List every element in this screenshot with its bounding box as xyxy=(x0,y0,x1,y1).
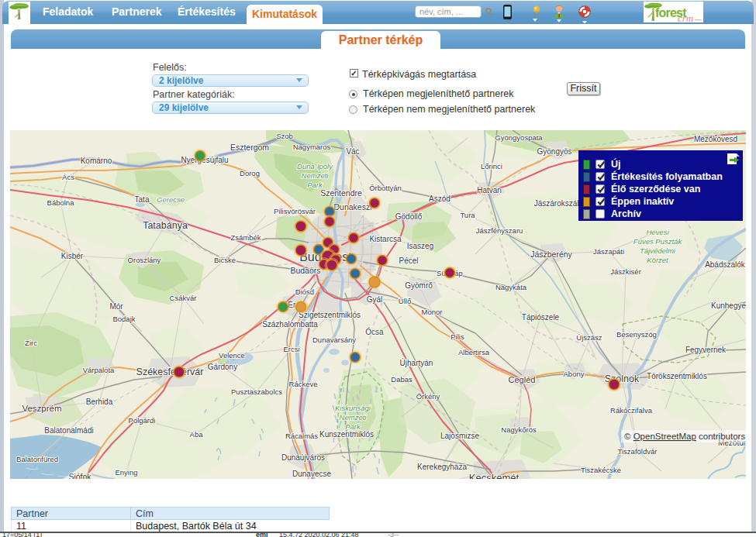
svg-text:Komárno: Komárno xyxy=(81,157,112,165)
svg-text:Cegléd: Cegléd xyxy=(509,375,536,384)
svg-text:Ercsi: Ercsi xyxy=(283,345,299,353)
svg-text:Bodajk: Bodajk xyxy=(112,315,135,323)
svg-text:© OpenStreetMap contributors: © OpenStreetMap contributors xyxy=(624,432,745,441)
svg-text:Pilis: Pilis xyxy=(450,332,464,341)
svg-text:Zirc: Zirc xyxy=(25,339,37,347)
svg-text:Duna-Ipoly: Duna-Ipoly xyxy=(297,162,333,170)
svg-text:Dunavecse: Dunavecse xyxy=(292,470,331,478)
svg-text:Balatonalmádi: Balatonalmádi xyxy=(44,426,93,435)
svg-text:Dorog: Dorog xyxy=(240,169,260,177)
svg-text:Balatonfüred: Balatonfüred xyxy=(16,455,58,463)
svg-text:Törökszentmiklós: Törökszentmiklós xyxy=(647,372,707,380)
svg-text:Nemzeti: Nemzeti xyxy=(302,171,330,180)
svg-text:Újhartyán: Újhartyán xyxy=(400,358,433,367)
svg-text:Jászkisér: Jászkisér xyxy=(610,267,641,276)
svg-text:Szentendre: Szentendre xyxy=(320,188,362,198)
svg-text:Csákvár: Csákvár xyxy=(170,294,197,302)
svg-text:Vác: Vác xyxy=(346,147,359,156)
svg-text:Kiskunsági: Kiskunsági xyxy=(335,404,371,412)
svg-text:Ócsa: Ócsa xyxy=(365,327,384,336)
svg-text:crm: crm xyxy=(678,12,693,22)
svg-text:Kunszentmiklós: Kunszentmiklós xyxy=(319,430,374,439)
svg-text:Ács: Ács xyxy=(62,173,74,181)
svg-text:Bicske: Bicske xyxy=(214,256,236,264)
svg-text:Kerekegyháza: Kerekegyháza xyxy=(417,463,467,471)
svg-text:Monor: Monor xyxy=(422,308,443,316)
svg-text:Polgárdi: Polgárdi xyxy=(129,416,156,425)
svg-text:Oroszlány: Oroszlány xyxy=(128,256,161,264)
svg-text:Örkény: Örkény xyxy=(416,392,440,401)
svg-text:Kisbér: Kisbér xyxy=(61,252,84,260)
svg-text:Tata: Tata xyxy=(135,195,150,204)
svg-text:Gyál: Gyál xyxy=(367,295,383,304)
svg-text:Rákóczifalva: Rákóczifalva xyxy=(610,406,653,415)
svg-text:Budaörs: Budaörs xyxy=(290,266,320,275)
svg-text:Mezőkövesd: Mezőkövesd xyxy=(694,135,737,143)
svg-text:Aszód: Aszód xyxy=(429,194,450,203)
svg-text:Gyöngyöspata: Gyöngyöspata xyxy=(495,133,543,142)
svg-text:Besenyszög: Besenyszög xyxy=(616,330,657,339)
svg-text:Tájvédelmi: Tájvédelmi xyxy=(640,246,676,255)
svg-text:Nemzeti: Nemzeti xyxy=(340,413,368,422)
svg-text:Újszász: Újszász xyxy=(576,333,602,342)
svg-text:Veszprém: Veszprém xyxy=(22,404,61,413)
svg-text:Nagykáta: Nagykáta xyxy=(495,283,527,291)
svg-text:Rácalmás: Rácalmás xyxy=(285,432,318,440)
svg-text:Tiszakécske: Tiszakécske xyxy=(581,466,621,474)
svg-text:Park: Park xyxy=(345,422,361,431)
svg-text:Kistarcsa: Kistarcsa xyxy=(369,235,402,243)
svg-text:Esztergom: Esztergom xyxy=(230,143,269,152)
svg-text:Ráckeve: Ráckeve xyxy=(289,380,318,388)
svg-text:Tiszaföldvár: Tiszaföldvár xyxy=(618,447,658,456)
svg-text:Zsámbék: Zsámbék xyxy=(230,233,261,242)
svg-text:Pusztaszabolcs: Pusztaszabolcs xyxy=(231,387,282,396)
svg-text:Tápiószele: Tápiószele xyxy=(522,313,560,322)
svg-text:Kunhegyes: Kunhegyes xyxy=(711,301,746,310)
svg-text:Dabas: Dabas xyxy=(391,375,413,384)
svg-text:Szigetszentmiklós: Szigetszentmiklós xyxy=(299,311,361,319)
svg-text:Nagykőrös: Nagykőrös xyxy=(501,425,537,434)
svg-text:Jászfényszaru: Jászfényszaru xyxy=(476,226,523,235)
svg-text:Székesfehérvár: Székesfehérvár xyxy=(136,367,204,377)
svg-text:Berhida: Berhida xyxy=(86,398,113,406)
svg-text:Dunaújváros: Dunaújváros xyxy=(281,453,325,462)
svg-text:Gerecse: Gerecse xyxy=(157,195,185,204)
svg-text:Füves Puszták: Füves Puszták xyxy=(633,237,683,246)
svg-text:Siófok: Siófok xyxy=(68,472,91,479)
svg-text:Üllő: Üllő xyxy=(399,297,411,305)
svg-text:Várpalota: Várpalota xyxy=(83,366,115,374)
svg-text:Diósd: Diósd xyxy=(295,287,314,296)
svg-text:Mór: Mór xyxy=(109,302,123,311)
svg-text:Pécel: Pécel xyxy=(399,256,418,265)
svg-text:Gödöllő: Gödöllő xyxy=(395,212,423,221)
svg-text:Dunavarsány: Dunavarsány xyxy=(312,336,356,344)
svg-text:Bábolna: Bábolna xyxy=(47,198,75,207)
svg-text:Pilisvörösvár: Pilisvörösvár xyxy=(274,207,316,215)
svg-text:Körzet: Körzet xyxy=(647,256,668,264)
svg-text:Gyömrő: Gyömrő xyxy=(405,281,433,290)
svg-text:Albertirsa: Albertirsa xyxy=(458,348,490,356)
svg-text:Park: Park xyxy=(307,181,323,189)
svg-text:Örbottyán: Örbottyán xyxy=(369,184,402,192)
svg-text:Szob: Szob xyxy=(276,132,293,140)
svg-text:Isaszeg: Isaszeg xyxy=(407,242,433,250)
svg-text:Velence: Velence xyxy=(219,351,245,360)
svg-text:Abádszalók: Abádszalók xyxy=(705,260,746,269)
svg-text:Fegyvernek: Fegyvernek xyxy=(685,346,727,354)
svg-text:Százhalombatta: Százhalombatta xyxy=(262,320,318,329)
svg-text:Nagymaros: Nagymaros xyxy=(293,143,331,151)
svg-text:Enying: Enying xyxy=(115,468,137,477)
svg-text:Jászapáti: Jászapáti xyxy=(593,247,624,256)
svg-text:Gárdony: Gárdony xyxy=(208,363,237,371)
svg-text:Lőrinci: Lőrinci xyxy=(481,162,502,170)
svg-text:Lajosmizse: Lajosmizse xyxy=(440,432,479,440)
svg-text:Hevesi: Hevesi xyxy=(646,228,669,236)
svg-text:Gyöngyös: Gyöngyös xyxy=(537,147,571,156)
svg-text:Aba: Aba xyxy=(190,430,204,439)
svg-text:Tura: Tura xyxy=(460,211,475,219)
svg-text:Kecskemét: Kecskemét xyxy=(469,472,520,479)
svg-text:Dunakeszi: Dunakeszi xyxy=(333,202,371,212)
svg-text:Hatvan: Hatvan xyxy=(477,186,502,194)
svg-text:Tatabánya: Tatabánya xyxy=(143,220,188,231)
svg-text:Abony: Abony xyxy=(564,370,585,378)
